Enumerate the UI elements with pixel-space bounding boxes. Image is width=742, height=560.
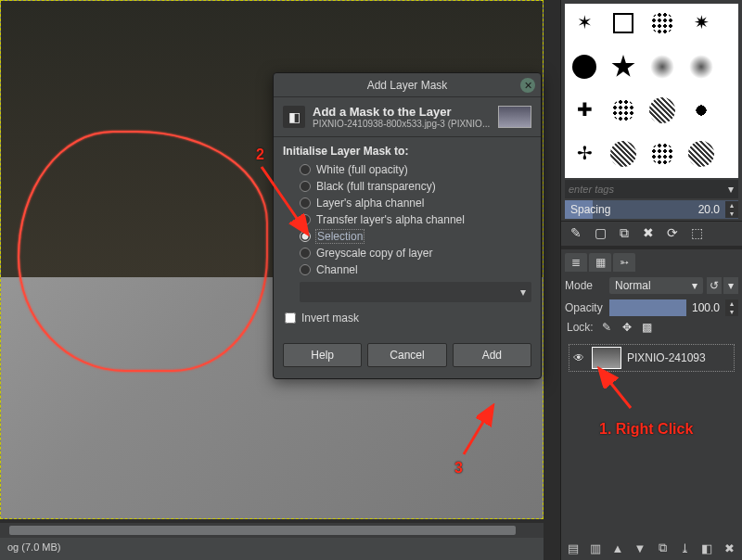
spacing-value: 20.0 <box>693 201 725 218</box>
mask-icon[interactable]: ◧ <box>698 540 715 556</box>
layer-actions-strip: ▤ ▥ ▲ ▼ ⧉ ⤓ ◧ ✖ <box>565 540 738 556</box>
lock-label: Lock: <box>567 321 594 334</box>
brush-dots-icon[interactable] <box>651 12 673 34</box>
raise-layer-icon[interactable]: ▲ <box>609 540 626 556</box>
radio-label: Transfer layer's alpha channel <box>316 213 465 226</box>
invert-mask-checkbox[interactable]: Invert mask <box>285 312 531 325</box>
brush-soft-icon[interactable] <box>689 55 713 79</box>
dialog-subtitle: Add a Mask to the Layer <box>313 105 491 119</box>
mode-value: Normal <box>615 279 651 292</box>
lock-alpha-icon[interactable]: ▩ <box>640 320 655 335</box>
brush-cross-icon[interactable]: ✚ <box>572 98 596 122</box>
brush-star-icon[interactable] <box>611 55 635 79</box>
mode-label: Mode <box>565 279 609 292</box>
horizontal-scrollbar[interactable] <box>0 523 544 538</box>
dialog-thumbnail <box>498 106 531 128</box>
brush-grain-icon[interactable] <box>612 99 634 121</box>
radio-selection[interactable]: Selection <box>283 228 531 245</box>
brush-scratch-icon[interactable] <box>649 97 675 123</box>
radio-transfer[interactable]: Transfer layer's alpha channel <box>283 211 531 228</box>
brush-sparkle-icon[interactable]: ✶ <box>572 11 596 35</box>
radio-greyscale[interactable]: Greyscale copy of layer <box>283 245 531 261</box>
radio-alpha[interactable]: Layer's alpha channel <box>283 195 531 211</box>
duplicate-layer-icon[interactable]: ⧉ <box>654 540 671 556</box>
delete-layer-icon[interactable]: ✖ <box>721 540 737 556</box>
lower-layer-icon[interactable]: ▼ <box>632 540 648 556</box>
radio-label: Layer's alpha channel <box>316 197 424 210</box>
mask-icon: ◧ <box>283 106 305 128</box>
checkbox-label: Invert mask <box>301 312 359 325</box>
spacing-label: Spacing <box>565 201 693 218</box>
layers-list[interactable]: 👁 PIXNIO-241093 <box>565 340 738 375</box>
opacity-value: 100.0 <box>686 301 725 314</box>
tab-channels[interactable]: ▦ <box>589 253 611 272</box>
visibility-eye-icon[interactable]: 👁 <box>571 351 586 364</box>
selection-outline <box>18 131 268 372</box>
new-group-icon[interactable]: ▥ <box>587 540 604 556</box>
brush-plus-icon[interactable]: ✢ <box>572 142 596 166</box>
lock-position-icon[interactable]: ✥ <box>620 320 634 335</box>
add-layer-mask-dialog: Add Layer Mask ✕ ◧ Add a Mask to the Lay… <box>273 72 542 379</box>
dialog-title: Add Layer Mask <box>367 79 448 92</box>
tab-layers[interactable]: ≣ <box>565 253 587 272</box>
delete-brush-icon[interactable]: ✖ <box>641 225 656 240</box>
layer-name[interactable]: PIXNIO-241093 <box>627 351 706 364</box>
mode-menu-icon[interactable]: ▾ <box>723 277 738 294</box>
opacity-slider[interactable] <box>609 299 686 316</box>
opacity-label: Opacity <box>565 301 609 314</box>
brush-soft-icon[interactable] <box>650 55 674 79</box>
cancel-button[interactable]: Cancel <box>367 343 446 367</box>
new-layer-icon[interactable]: ▤ <box>565 540 582 556</box>
dialog-titlebar[interactable]: Add Layer Mask ✕ <box>274 73 541 97</box>
layer-thumbnail[interactable] <box>592 347 621 369</box>
radio-label: Greyscale copy of layer <box>316 247 432 260</box>
duplicate-brush-icon[interactable]: ⧉ <box>617 225 632 240</box>
tags-input[interactable] <box>565 182 723 197</box>
radio-channel[interactable]: Channel <box>283 261 531 278</box>
brush-texture-icon[interactable] <box>651 143 673 165</box>
lock-pixels-icon[interactable]: ✎ <box>599 320 614 335</box>
radio-black[interactable]: Black (full transparency) <box>283 178 531 195</box>
open-brush-icon[interactable]: ⬚ <box>689 225 704 240</box>
brush-hatch-icon[interactable] <box>610 141 636 167</box>
brush-texture-icon[interactable] <box>688 141 714 167</box>
refresh-brush-icon[interactable]: ⟳ <box>665 225 680 240</box>
add-button[interactable]: Add <box>453 343 531 367</box>
edit-brush-icon[interactable]: ✎ <box>569 225 583 240</box>
opacity-stepper[interactable]: ▴▾ <box>725 299 738 316</box>
brush-circle-icon[interactable] <box>572 55 596 79</box>
tab-paths[interactable]: ➳ <box>613 253 635 272</box>
spacing-slider[interactable]: Spacing 20.0 ▴▾ <box>565 200 738 219</box>
brush-presets[interactable]: ✶ ✷ ✚ ✢ <box>565 4 738 178</box>
status-bar: og (7.0 MB) <box>0 538 544 560</box>
radio-label: White (full opacity) <box>316 163 408 176</box>
dock-tabs: ≣ ▦ ➳ <box>561 251 742 274</box>
brush-sparkle-icon[interactable]: ✷ <box>689 11 713 35</box>
help-button[interactable]: Help <box>283 343 362 367</box>
merge-down-icon[interactable]: ⤓ <box>676 540 693 556</box>
brush-square-icon[interactable] <box>613 13 633 33</box>
channel-select[interactable]: ▾ <box>300 282 531 302</box>
mode-reset-icon[interactable]: ↺ <box>707 277 722 294</box>
tags-dropdown-icon[interactable]: ▾ <box>723 183 738 196</box>
dialog-filename: PIXNIO-2410938-800x533.jpg-3 (PIXNIO... <box>313 119 491 129</box>
brush-ring-icon[interactable] <box>689 98 713 122</box>
radio-white[interactable]: White (full opacity) <box>283 161 531 178</box>
right-dock: ✶ ✷ ✚ ✢ ▾ Spacing 20.0 ▴▾ ✎ ▢ ⧉ ✖ ⟳ ⬚ ≣ <box>560 0 742 560</box>
radio-label: Channel <box>316 263 358 276</box>
blend-mode-select[interactable]: Normal▾ <box>609 277 703 294</box>
spacing-stepper[interactable]: ▴▾ <box>725 201 738 218</box>
brush-tool-strip: ✎ ▢ ⧉ ✖ ⟳ ⬚ <box>561 221 742 244</box>
layer-row[interactable]: 👁 PIXNIO-241093 <box>569 344 735 372</box>
radio-label: Black (full transparency) <box>316 180 436 193</box>
radio-label: Selection <box>316 230 364 243</box>
new-brush-icon[interactable]: ▢ <box>593 225 608 240</box>
init-label: Initialise Layer Mask to: <box>283 145 531 158</box>
close-icon[interactable]: ✕ <box>520 78 535 93</box>
